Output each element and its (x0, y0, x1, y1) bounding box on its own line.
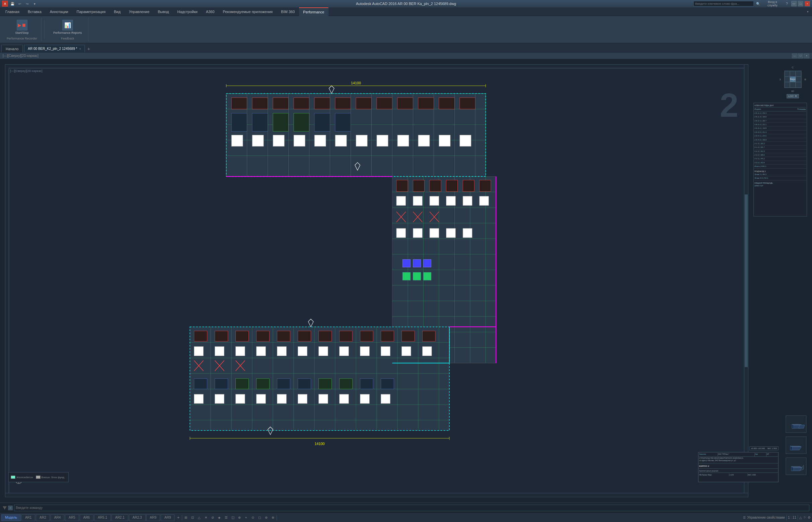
viewport-scale[interactable]: 1 : 11 (788, 516, 796, 519)
minimize-btn[interactable]: — (791, 1, 797, 6)
ribbon-collapse-btn[interactable]: ▾ (805, 9, 811, 14)
tab-insert[interactable]: Вставка (24, 7, 46, 16)
help-btn[interactable]: ? (784, 1, 790, 6)
layout-tab-ar2[interactable]: AR2 (36, 514, 50, 521)
viewcube-south: Ю (791, 90, 794, 93)
svg-rect-142 (381, 347, 390, 356)
performance-reports-btn[interactable]: 📊 Performance Reports (51, 19, 84, 35)
tab-home[interactable]: Главная (1, 7, 24, 16)
status-lweight-icon[interactable]: ⌖ (243, 515, 249, 521)
maximize-btn[interactable]: □ (798, 1, 803, 6)
tab-a360[interactable]: А360 (202, 7, 219, 16)
workspace-icon[interactable]: ⚙ (808, 516, 811, 519)
tab-bim360[interactable]: BIM 360 (277, 7, 299, 16)
layout-tab-ar23[interactable]: AR2.3 (129, 514, 146, 521)
cube-ne[interactable] (796, 71, 801, 77)
new-layout-btn[interactable]: + (175, 515, 181, 521)
status-dynmode-icon[interactable]: ⊕ (236, 515, 243, 521)
search-btn[interactable]: 🔍 (755, 1, 761, 6)
file-tab-main[interactable]: AR 00 BER_K2_pln_2 1245689 * × (24, 45, 85, 52)
svg-rect-133 (194, 347, 204, 356)
layout-tab-ar4[interactable]: AR4 (51, 514, 64, 521)
close-btn[interactable]: × (805, 1, 810, 6)
quick-save-btn[interactable]: 💾 (9, 1, 15, 6)
tab-performance[interactable]: Performance (299, 7, 328, 16)
svg-rect-42 (335, 113, 351, 131)
status-snap-icon[interactable]: ⊞ (183, 515, 189, 521)
tab-addins[interactable]: Надстройки (173, 7, 202, 16)
cube-se[interactable] (796, 82, 801, 88)
tab-output[interactable]: Вывод (154, 7, 173, 16)
legend-label-concrete: Железобетон (16, 476, 33, 479)
scroll-v[interactable] (744, 65, 748, 497)
redo-btn[interactable]: ↪ (24, 1, 30, 6)
file-tab-close[interactable]: × (79, 47, 81, 51)
status-customization-icon[interactable]: ☰ (743, 516, 746, 519)
status-polar-icon[interactable]: ✕ (203, 515, 209, 521)
tab-featured[interactable]: Рекомендуемые приложения (219, 7, 277, 16)
search-input[interactable] (694, 1, 754, 6)
annotation-monitor[interactable]: ⚐ (803, 516, 806, 519)
status-anno-icon[interactable]: ⊗ (270, 515, 276, 521)
command-input[interactable] (14, 505, 809, 511)
scroll-h[interactable] (5, 493, 748, 497)
svg-rect-160 (381, 379, 394, 389)
cube-e[interactable] (796, 77, 801, 82)
svg-rect-30 (335, 98, 351, 109)
tab-manage[interactable]: Управление (125, 7, 154, 16)
command-expand-btn[interactable] (3, 506, 7, 509)
svg-rect-48 (335, 135, 347, 146)
cube-nw[interactable] (785, 71, 790, 77)
status-3dosnap-icon[interactable]: ◈ (216, 515, 223, 521)
svg-rect-28 (294, 98, 309, 109)
win-restore[interactable]: □ (798, 54, 803, 58)
cube-n[interactable] (790, 71, 796, 77)
drawing-canvas[interactable]: [—][Сверху][2D-каркас] (5, 64, 748, 497)
status-ortho-icon[interactable]: △ (196, 515, 202, 521)
status-ducs-icon[interactable]: ◫ (230, 515, 236, 521)
layout-tab-ar21[interactable]: AR2.1 (112, 514, 128, 521)
layout-tab-ar6[interactable]: AR6 (80, 514, 93, 521)
svg-rect-84 (480, 196, 489, 205)
win-minimize[interactable]: — (792, 54, 797, 58)
model-tab[interactable]: Модель (1, 514, 21, 521)
tab-view[interactable]: Вид (110, 7, 125, 16)
svg-rect-151 (194, 379, 207, 389)
layout-tab-ar9[interactable]: AR9 (146, 514, 160, 521)
status-tpress-icon[interactable]: ⊙ (250, 515, 256, 521)
svg-rect-157 (318, 379, 331, 389)
svg-rect-159 (360, 379, 373, 389)
tab-parametric[interactable]: Параметризация (73, 7, 110, 16)
new-tab-btn[interactable]: + (85, 45, 92, 52)
scroll-thumb-v[interactable] (745, 195, 748, 367)
layout-tab-ar5[interactable]: AR5 (65, 514, 79, 521)
win-close[interactable]: × (804, 54, 809, 58)
cube-w[interactable] (785, 77, 790, 82)
status-otrack-icon[interactable]: ☰ (223, 515, 229, 521)
iso-views (785, 415, 807, 476)
cube-sw[interactable] (785, 82, 790, 88)
svg-rect-33 (398, 98, 413, 109)
undo-btn[interactable]: ↩ (17, 1, 23, 6)
status-osnap-icon[interactable]: ⊘ (210, 515, 216, 521)
cube-s[interactable] (790, 82, 796, 88)
start-stop-btn[interactable]: ▶⏹ Start/Stop (13, 19, 31, 35)
svg-rect-136 (256, 347, 266, 356)
anno-scale-icon[interactable]: △ (799, 516, 802, 519)
quick-access-dropdown[interactable]: ▾ (32, 1, 38, 6)
status-sel-icon[interactable]: ⊛ (263, 515, 269, 521)
layout-tab-ar51[interactable]: AR5.1 (94, 514, 111, 521)
svg-rect-129 (360, 331, 373, 341)
status-grid-icon[interactable]: ⊡ (190, 515, 196, 521)
layout-tab-ar9b[interactable]: AR9 (161, 514, 174, 521)
status-qprop-icon[interactable]: ◻ (256, 515, 263, 521)
svg-rect-135 (236, 347, 245, 356)
viewcube-lock-btn[interactable]: LOC ▼ (787, 94, 799, 98)
close-cmd-btn[interactable]: × (8, 506, 13, 510)
cube-center[interactable]: Верх (790, 77, 796, 82)
layout-tab-ar1[interactable]: AR1 (21, 514, 35, 521)
tab-annotate[interactable]: Аннотации (46, 7, 73, 16)
viewcube[interactable]: С 3 Верх Ю В LOC ▼ (778, 66, 807, 106)
login-btn[interactable]: Вход в службу (762, 1, 782, 6)
home-nav-btn[interactable]: Начало (1, 45, 23, 52)
